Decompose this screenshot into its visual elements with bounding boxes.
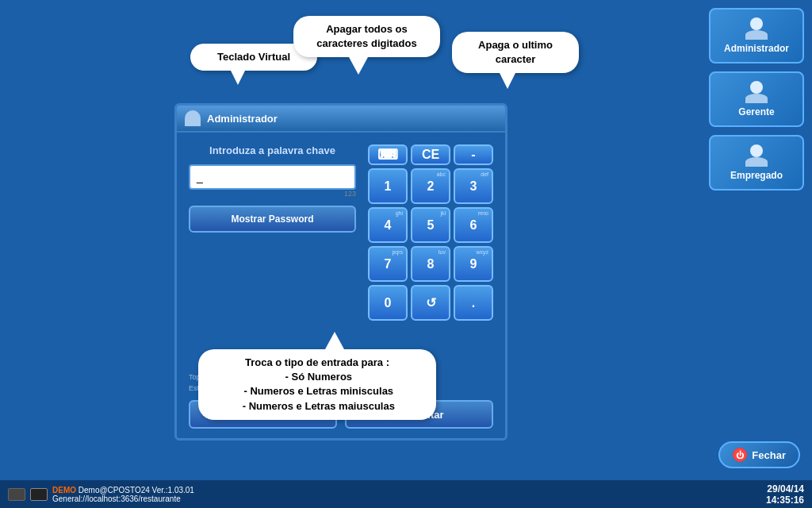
bubble-switch: Troca o tipo de entrada para : - Só Nume… — [198, 349, 436, 420]
fechar-icon: ⏻ — [733, 448, 747, 462]
prompt-label: Introduza a palavra chave — [189, 144, 356, 156]
show-password-button[interactable]: Mostrar Password — [189, 206, 356, 233]
numpad-9[interactable]: 9 wxyz — [454, 246, 493, 282]
avatar-administrador — [745, 17, 768, 40]
fechar-button[interactable]: ⏻ Fechar — [718, 441, 800, 468]
sidebar-label-administrador: Administrador — [724, 43, 789, 54]
bottom-left: DEMO Demo@CPOSTO24 Ver.:1.03.01 General:… — [8, 486, 194, 503]
bottom-info-text: Demo@CPOSTO24 Ver.:1.03.01 — [79, 486, 194, 495]
avatar-gerente — [745, 81, 768, 103]
numpad-4[interactable]: 4 ghi — [368, 207, 408, 243]
fechar-label: Fechar — [752, 449, 786, 461]
numpad-top-row: ⌨ CE - — [368, 144, 493, 165]
numpad-grid: 1 2 abc 3 def 4 ghi 5 jkl — [368, 168, 493, 360]
datetime-display: 29/04/14 14:35:16 — [766, 483, 804, 506]
numpad-rotate[interactable]: ↺ — [411, 285, 450, 321]
numpad-container: ⌨ CE - 1 2 abc 3 de — [368, 144, 493, 360]
numpad-8[interactable]: 8 tuv — [411, 246, 450, 282]
numpad-1[interactable]: 1 — [368, 168, 408, 204]
keyboard-button[interactable]: ⌨ — [368, 144, 408, 165]
time-display: 14:35:16 — [766, 495, 804, 506]
numpad-0[interactable]: 0 — [368, 285, 408, 321]
dialog-title: Administrador — [207, 113, 278, 125]
dialog-title-bar: Administrador — [177, 106, 505, 133]
numpad-2[interactable]: 2 abc — [411, 168, 450, 204]
bottom-url: General://localhost:3636/restaurante — [52, 495, 181, 503]
avatar-empregado — [745, 144, 768, 167]
sidebar-item-gerente[interactable]: Gerente — [709, 71, 804, 127]
backspace-button[interactable]: - — [454, 144, 493, 165]
numpad-dot[interactable]: . — [454, 285, 493, 321]
sidebar-item-administrador[interactable]: Administrador — [709, 8, 804, 64]
sidebar-label-gerente: Gerente — [738, 106, 774, 117]
password-hint: 123 — [189, 190, 356, 198]
ce-button[interactable]: CE — [411, 144, 450, 165]
bubble-clear-all: Apagar todos oscaracteres digitados — [293, 16, 440, 57]
sidebar: Administrador Gerente Empregado — [701, 0, 812, 460]
ce-label: CE — [422, 148, 439, 162]
sidebar-label-empregado: Empregado — [730, 170, 783, 181]
password-value: _ — [197, 171, 203, 183]
bubble-clear-last: Apaga o ultimocaracter — [452, 32, 579, 73]
dialog-title-icon — [185, 110, 201, 126]
left-panel: Introduza a palavra chave _ 123 Mostrar … — [189, 144, 356, 360]
keyboard-icon: ⌨ — [377, 146, 398, 164]
numpad-6[interactable]: 6 mno — [454, 207, 493, 243]
numpad-3[interactable]: 3 def — [454, 168, 493, 204]
demo-label: DEMO — [52, 486, 76, 495]
numpad-5[interactable]: 5 jkl — [411, 207, 450, 243]
backspace-label: - — [471, 148, 475, 162]
password-field[interactable]: _ — [189, 164, 356, 190]
bottom-info: DEMO Demo@CPOSTO24 Ver.:1.03.01 General:… — [52, 486, 194, 503]
bottom-bar: DEMO Demo@CPOSTO24 Ver.:1.03.01 General:… — [0, 480, 812, 508]
sidebar-item-empregado[interactable]: Empregado — [709, 135, 804, 190]
numpad-7[interactable]: 7 pqrs — [368, 246, 408, 282]
date-display: 29/04/14 — [767, 483, 804, 495]
monitor-icon — [30, 488, 48, 501]
keyboard-taskbar-icon[interactable] — [8, 488, 25, 501]
